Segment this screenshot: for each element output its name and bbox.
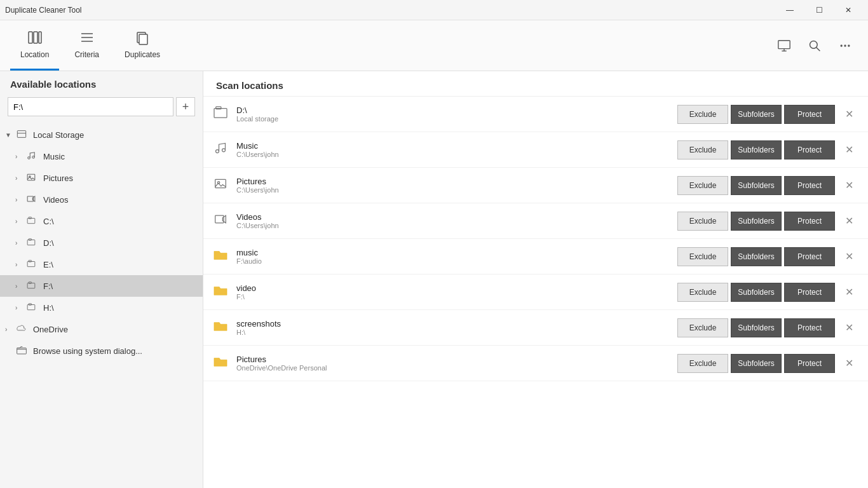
- scan-list: D:\ Local storage Exclude Subfolders Pro…: [203, 97, 868, 488]
- remove-button[interactable]: ✕: [840, 319, 858, 337]
- videos-tree-icon: [27, 194, 39, 205]
- tree-item-browse[interactable]: Browse using system dialog...: [0, 340, 203, 362]
- exclude-button[interactable]: Exclude: [677, 140, 728, 159]
- exclude-button[interactable]: Exclude: [677, 318, 728, 337]
- row-actions: Exclude Subfolders Protect ✕: [677, 140, 858, 159]
- subfolders-button[interactable]: Subfolders: [731, 176, 782, 195]
- chevron-music: ›: [15, 153, 27, 160]
- scan-locations-title: Scan locations: [203, 71, 868, 97]
- chevron-c: ›: [15, 218, 27, 225]
- tree-item-onedrive[interactable]: › OneDrive: [0, 318, 203, 340]
- protect-button[interactable]: Protect: [784, 105, 835, 124]
- exclude-button[interactable]: Exclude: [677, 354, 728, 373]
- tab-duplicates[interactable]: Duplicates: [114, 20, 170, 71]
- pictures-tree-icon: [27, 173, 39, 184]
- svg-rect-30: [27, 283, 35, 288]
- music-row-icon: [214, 142, 236, 158]
- protect-button[interactable]: Protect: [784, 140, 835, 159]
- close-button[interactable]: ✕: [834, 0, 863, 20]
- maximize-button[interactable]: ☐: [804, 0, 834, 20]
- protect-button[interactable]: Protect: [784, 354, 835, 373]
- remove-button[interactable]: ✕: [840, 177, 858, 194]
- remove-button[interactable]: ✕: [840, 355, 858, 372]
- row-path: F:\audio: [236, 257, 677, 265]
- minimize-button[interactable]: —: [775, 0, 804, 20]
- remove-button[interactable]: ✕: [840, 105, 858, 123]
- add-location-button[interactable]: +: [176, 97, 195, 116]
- tree-container: ▼ Local Storage ›: [0, 121, 203, 488]
- protect-button[interactable]: Protect: [784, 212, 835, 231]
- row-path: C:\Users\john: [236, 186, 677, 194]
- c-drive-label: C:\: [43, 217, 54, 226]
- d-drive-icon: [27, 238, 39, 248]
- search-button[interactable]: [802, 33, 827, 58]
- subfolders-button[interactable]: Subfolders: [731, 318, 782, 337]
- row-info: music F:\audio: [236, 248, 677, 265]
- tree-item-music[interactable]: › Music: [0, 146, 203, 167]
- row-path: OneDrive\OneDrive Personal: [236, 364, 677, 372]
- tree-item-videos[interactable]: › Videos: [0, 189, 203, 210]
- remove-button[interactable]: ✕: [840, 212, 858, 230]
- tree-item-e-drive[interactable]: › E:\: [0, 254, 203, 275]
- right-panel: Scan locations D:\ Local storage Exclude…: [203, 71, 868, 488]
- protect-button[interactable]: Protect: [784, 283, 835, 302]
- e-drive-label: E:\: [43, 260, 53, 269]
- svg-rect-31: [29, 281, 32, 283]
- search-input[interactable]: [8, 97, 173, 116]
- svg-point-14: [844, 44, 846, 46]
- svg-marker-23: [32, 196, 35, 201]
- table-row: D:\ Local storage Exclude Subfolders Pro…: [203, 97, 868, 132]
- row-path: Local storage: [236, 115, 677, 123]
- monitor-button[interactable]: [771, 33, 797, 58]
- tree-item-local-storage[interactable]: ▼ Local Storage: [0, 124, 203, 146]
- window-controls: — ☐ ✕: [775, 0, 863, 20]
- svg-rect-33: [29, 303, 32, 304]
- f-drive-icon: [27, 281, 39, 292]
- protect-button[interactable]: Protect: [784, 247, 835, 266]
- more-button[interactable]: [832, 33, 858, 58]
- svg-rect-32: [27, 304, 35, 309]
- remove-button[interactable]: ✕: [840, 283, 858, 301]
- subfolders-button[interactable]: Subfolders: [731, 354, 782, 373]
- row-info: screenshots H:\: [236, 319, 677, 336]
- e-drive-icon: [27, 259, 39, 270]
- tree-item-d-drive[interactable]: › D:\: [0, 232, 203, 254]
- exclude-button[interactable]: Exclude: [677, 105, 728, 124]
- subfolders-button[interactable]: Subfolders: [731, 105, 782, 124]
- row-name: Videos: [236, 212, 677, 222]
- svg-point-19: [32, 156, 35, 158]
- subfolders-button[interactable]: Subfolders: [731, 212, 782, 231]
- folder-row-icon: [214, 355, 236, 371]
- svg-rect-36: [216, 107, 221, 109]
- protect-button[interactable]: Protect: [784, 318, 835, 337]
- remove-button[interactable]: ✕: [840, 248, 858, 266]
- exclude-button[interactable]: Exclude: [677, 283, 728, 302]
- svg-point-11: [810, 41, 818, 48]
- row-info: Pictures OneDrive\OneDrive Personal: [236, 355, 677, 372]
- svg-rect-39: [215, 179, 226, 187]
- exclude-button[interactable]: Exclude: [677, 212, 728, 231]
- folder-row-icon: [214, 320, 236, 336]
- toolbar-right: [771, 33, 858, 58]
- folder-row-icon: [214, 284, 236, 300]
- row-name: Pictures: [236, 177, 677, 186]
- chevron-h: ›: [15, 304, 27, 311]
- row-actions: Exclude Subfolders Protect ✕: [677, 247, 858, 266]
- tab-location[interactable]: Location: [10, 20, 59, 71]
- videos-label: Videos: [43, 195, 69, 205]
- exclude-button[interactable]: Exclude: [677, 176, 728, 195]
- svg-point-15: [848, 44, 850, 46]
- subfolders-button[interactable]: Subfolders: [731, 247, 782, 266]
- protect-button[interactable]: Protect: [784, 176, 835, 195]
- tree-item-f-drive[interactable]: › F:\: [0, 275, 203, 297]
- available-locations-title: Available locations: [0, 71, 203, 95]
- tree-item-pictures[interactable]: › Pictures: [0, 167, 203, 189]
- tree-item-h-drive[interactable]: › H:\: [0, 297, 203, 318]
- exclude-button[interactable]: Exclude: [677, 247, 728, 266]
- table-row: Music C:\Users\john Exclude Subfolders P…: [203, 132, 868, 168]
- subfolders-button[interactable]: Subfolders: [731, 140, 782, 159]
- tree-item-c-drive[interactable]: › C:\: [0, 210, 203, 232]
- subfolders-button[interactable]: Subfolders: [731, 283, 782, 302]
- tab-criteria[interactable]: Criteria: [64, 20, 109, 71]
- remove-button[interactable]: ✕: [840, 141, 858, 159]
